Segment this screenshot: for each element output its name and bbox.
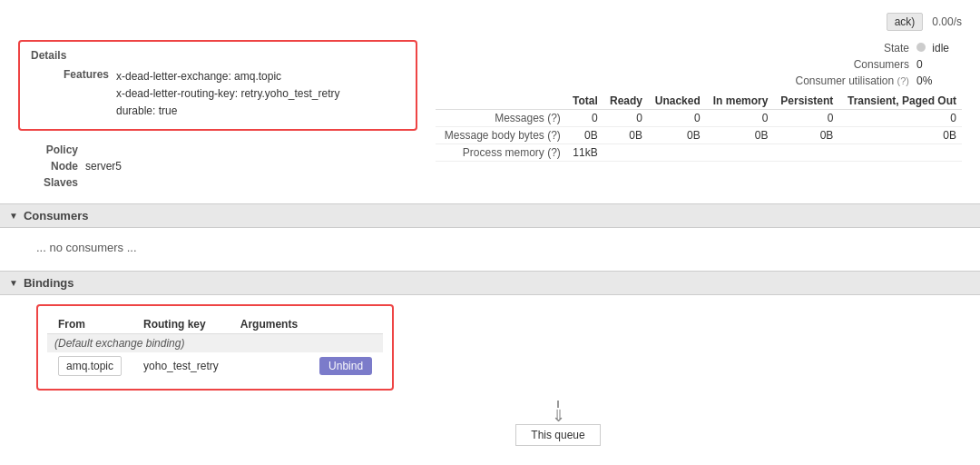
state-row: State idle [436,40,962,56]
node-label: Node [18,158,82,174]
policy-row: Policy [18,142,417,158]
slaves-value [82,174,417,191]
queue-connector: ⇓ This queue [36,401,962,446]
details-table: Features x-dead-letter-exchange: amq.top… [31,67,405,122]
arrow-down-icon: ⇓ [552,408,565,424]
node-value: server5 [82,158,417,174]
feature-durable: durable: true [116,103,401,120]
consumers-count-row: Consumers 0 [436,56,962,73]
utilisation-help-icon: (?) [897,75,909,86]
left-panel: Details Features x-dead-letter-exchange:… [18,40,417,191]
state-text: idle [932,42,949,54]
stats-row-2: Process memory (?)11kB [436,144,962,162]
consumers-label: Consumers [854,58,909,71]
right-panel: State idle Consumers 0 Consumer utilisat… [436,40,962,191]
ack-label: ack) [887,13,924,31]
stats-cell-0-0: Messages (?) [436,110,566,127]
arrow-connector: ⇓ This queue [154,401,962,446]
col-empty [436,93,566,110]
stats-cell-0-1: 0 [566,110,603,127]
arrow-down-group: ⇓ [552,401,565,424]
col-ready: Ready [603,93,648,110]
policy-value [82,142,417,158]
no-consumers-text: ... no consumers ... [18,237,962,258]
consumers-arrow-icon: ▼ [9,211,18,221]
features-row: Features x-dead-letter-exchange: amq.top… [31,67,405,122]
stats-cell-2-3 [648,144,706,162]
bindings-table: From Routing key Arguments (Default exch… [47,315,383,380]
stats-cell-1-5: 0B [773,127,838,144]
unbind-button[interactable]: Unbind [319,357,372,375]
features-label: Features [31,67,113,122]
consumers-section-label: Consumers [24,209,89,223]
arguments-cell [230,352,309,380]
col-arguments: Arguments [230,315,309,334]
stats-cell-2-4 [706,144,774,162]
stats-cell-2-1: 11kB [566,144,603,162]
default-exchange-text: (Default exchange binding) [47,333,383,352]
exchange-label: amq.topic [58,356,122,376]
binding-from-cell: amq.topic [47,352,132,380]
stats-cell-2-0: Process memory (?) [436,144,566,162]
this-queue-label: This queue [531,429,584,441]
rate-label: 0.00/s [932,15,962,28]
feature-dead-letter-exchange: x-dead-letter-exchange: amq.topic [116,68,401,85]
details-box: Details Features x-dead-letter-exchange:… [18,40,417,131]
col-unacked: Unacked [648,93,706,110]
col-total: Total [566,93,603,110]
bindings-content: From Routing key Arguments (Default exch… [18,304,962,446]
bindings-section-label: Bindings [24,276,74,290]
consumer-utilisation-value: 0% [916,74,962,87]
unbind-cell: Unbind [309,352,383,380]
stats-cell-0-2: 0 [603,110,648,127]
consumer-utilisation-label: Consumer utilisation (?) [795,74,909,87]
main-content: Details Features x-dead-letter-exchange:… [18,40,962,191]
routing-key-cell: yoho_test_retry [132,352,230,380]
slaves-label: Slaves [18,174,82,191]
slaves-row: Slaves [18,174,417,191]
default-exchange-row: (Default exchange binding) [47,333,383,352]
stats-row-1: Message body bytes (?)0B0B0B0B0B0B [436,127,962,144]
bindings-section-header[interactable]: ▼ Bindings [0,271,980,295]
stats-cell-1-3: 0B [648,127,706,144]
stats-cell-2-2 [603,144,648,162]
stats-cell-1-1: 0B [566,127,603,144]
top-bar: ack) 0.00/s [18,9,962,40]
bindings-box: From Routing key Arguments (Default exch… [36,304,394,391]
stats-cell-0-4: 0 [706,110,774,127]
state-dot [916,43,926,52]
left-info-table: Policy Node server5 Slaves [18,142,417,191]
state-label: State [884,42,909,54]
stats-row-0: Messages (?)000000 [436,110,962,127]
stats-table: Total Ready Unacked In memory Persistent… [436,93,962,162]
col-actions [309,315,383,334]
col-transient-paged-out: Transient, Paged Out [838,93,962,110]
stats-cell-0-6: 0 [838,110,962,127]
bindings-header-row: From Routing key Arguments [47,315,383,334]
consumer-utilisation-row: Consumer utilisation (?) 0% [436,73,962,89]
stats-cell-2-5 [773,144,838,162]
stats-cell-1-2: 0B [603,127,648,144]
binding-row: amq.topic yoho_test_retry Unbind [47,352,383,380]
policy-label: Policy [18,142,82,158]
stats-cell-1-4: 0B [706,127,774,144]
col-persistent: Persistent [773,93,838,110]
feature-dead-letter-routing-key: x-dead-letter-routing-key: retry.yoho_te… [116,85,401,103]
this-queue-box: This queue [515,424,600,446]
page-wrapper: ack) 0.00/s Details Features x-dead-lett… [0,0,980,465]
stats-cell-0-5: 0 [773,110,838,127]
state-value: idle [916,42,962,54]
col-in-memory: In memory [706,93,774,110]
details-title: Details [31,49,405,62]
col-routing-key: Routing key [132,315,230,334]
features-values: x-dead-letter-exchange: amq.topic x-dead… [113,67,405,122]
consumers-value: 0 [916,58,962,71]
col-from: From [47,315,132,334]
stats-cell-1-6: 0B [838,127,962,144]
consumers-section-header[interactable]: ▼ Consumers [0,203,980,228]
stats-cell-2-6 [838,144,962,162]
stats-cell-1-0: Message body bytes (?) [436,127,566,144]
bindings-arrow-icon: ▼ [9,278,18,288]
stats-header-row: Total Ready Unacked In memory Persistent… [436,93,962,110]
stats-cell-0-3: 0 [648,110,706,127]
